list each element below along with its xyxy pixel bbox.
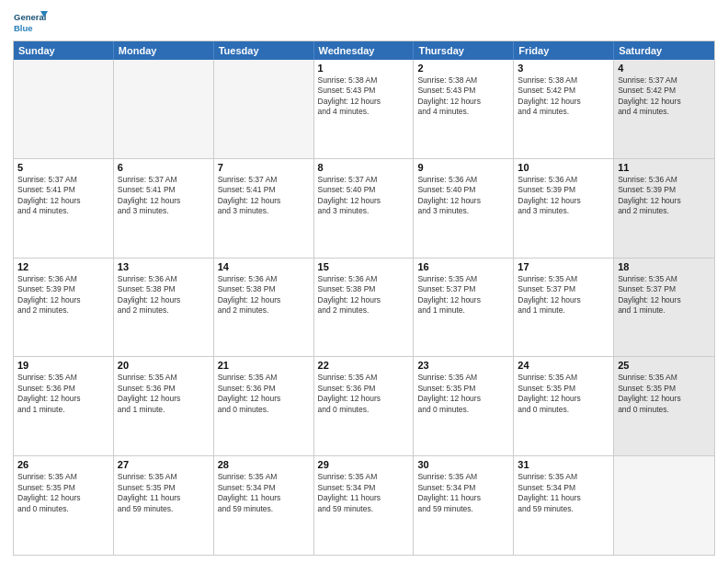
header-day-thursday: Thursday bbox=[414, 41, 514, 60]
cell-info: Sunrise: 5:37 AM Sunset: 5:42 PM Dayligh… bbox=[618, 75, 711, 118]
cell-info: Sunrise: 5:36 AM Sunset: 5:38 PM Dayligh… bbox=[318, 274, 410, 316]
calendar-cell: 9Sunrise: 5:36 AM Sunset: 5:40 PM Daylig… bbox=[414, 159, 514, 258]
cell-info: Sunrise: 5:35 AM Sunset: 5:36 PM Dayligh… bbox=[318, 373, 410, 415]
cell-info: Sunrise: 5:35 AM Sunset: 5:35 PM Dayligh… bbox=[618, 373, 711, 415]
calendar-cell: 10Sunrise: 5:36 AM Sunset: 5:39 PM Dayli… bbox=[514, 159, 614, 258]
cell-info: Sunrise: 5:36 AM Sunset: 5:39 PM Dayligh… bbox=[17, 274, 109, 316]
day-number: 29 bbox=[318, 459, 410, 470]
cell-info: Sunrise: 5:37 AM Sunset: 5:40 PM Dayligh… bbox=[318, 175, 410, 217]
day-number: 30 bbox=[417, 459, 509, 470]
header-day-saturday: Saturday bbox=[614, 41, 714, 60]
calendar-cell: 31Sunrise: 5:35 AM Sunset: 5:34 PM Dayli… bbox=[514, 456, 614, 555]
header-day-wednesday: Wednesday bbox=[314, 41, 415, 60]
cell-info: Sunrise: 5:35 AM Sunset: 5:37 PM Dayligh… bbox=[417, 274, 509, 316]
calendar-row-1: 1Sunrise: 5:38 AM Sunset: 5:43 PM Daylig… bbox=[14, 60, 714, 159]
cell-info: Sunrise: 5:35 AM Sunset: 5:34 PM Dayligh… bbox=[218, 472, 310, 514]
day-number: 16 bbox=[417, 261, 509, 272]
page: General Blue SundayMondayTuesdayWednesda… bbox=[0, 0, 728, 563]
day-number: 26 bbox=[17, 459, 109, 470]
header-day-friday: Friday bbox=[514, 41, 614, 60]
calendar-cell bbox=[14, 60, 114, 158]
cell-info: Sunrise: 5:35 AM Sunset: 5:35 PM Dayligh… bbox=[17, 472, 109, 514]
calendar-cell: 12Sunrise: 5:36 AM Sunset: 5:39 PM Dayli… bbox=[14, 259, 114, 357]
day-number: 27 bbox=[118, 459, 210, 470]
svg-text:General: General bbox=[14, 12, 46, 22]
cell-info: Sunrise: 5:35 AM Sunset: 5:36 PM Dayligh… bbox=[218, 373, 310, 415]
calendar-cell: 30Sunrise: 5:35 AM Sunset: 5:34 PM Dayli… bbox=[414, 456, 514, 555]
day-number: 31 bbox=[518, 459, 609, 470]
day-number: 9 bbox=[417, 162, 509, 173]
cell-info: Sunrise: 5:36 AM Sunset: 5:40 PM Dayligh… bbox=[417, 175, 509, 217]
day-number: 4 bbox=[618, 63, 711, 74]
day-number: 3 bbox=[518, 63, 609, 74]
calendar-cell: 6Sunrise: 5:37 AM Sunset: 5:41 PM Daylig… bbox=[114, 159, 214, 258]
calendar-cell: 17Sunrise: 5:35 AM Sunset: 5:37 PM Dayli… bbox=[514, 259, 614, 357]
cell-info: Sunrise: 5:35 AM Sunset: 5:34 PM Dayligh… bbox=[417, 472, 509, 514]
calendar-body: 1Sunrise: 5:38 AM Sunset: 5:43 PM Daylig… bbox=[14, 60, 714, 555]
calendar-row-3: 12Sunrise: 5:36 AM Sunset: 5:39 PM Dayli… bbox=[14, 259, 714, 358]
cell-info: Sunrise: 5:36 AM Sunset: 5:39 PM Dayligh… bbox=[618, 175, 711, 217]
header-day-monday: Monday bbox=[114, 41, 214, 60]
calendar-cell: 15Sunrise: 5:36 AM Sunset: 5:38 PM Dayli… bbox=[314, 259, 415, 357]
cell-info: Sunrise: 5:35 AM Sunset: 5:37 PM Dayligh… bbox=[518, 274, 609, 316]
cell-info: Sunrise: 5:35 AM Sunset: 5:36 PM Dayligh… bbox=[118, 373, 210, 415]
day-number: 5 bbox=[17, 162, 109, 173]
calendar-cell: 26Sunrise: 5:35 AM Sunset: 5:35 PM Dayli… bbox=[14, 456, 114, 555]
cell-info: Sunrise: 5:38 AM Sunset: 5:43 PM Dayligh… bbox=[417, 75, 509, 118]
calendar-cell: 23Sunrise: 5:35 AM Sunset: 5:35 PM Dayli… bbox=[414, 357, 514, 455]
header: General Blue bbox=[13, 9, 715, 35]
cell-info: Sunrise: 5:35 AM Sunset: 5:35 PM Dayligh… bbox=[417, 373, 509, 415]
header-day-tuesday: Tuesday bbox=[214, 41, 314, 60]
day-number: 19 bbox=[17, 360, 109, 371]
calendar-cell: 19Sunrise: 5:35 AM Sunset: 5:36 PM Dayli… bbox=[14, 357, 114, 455]
calendar-row-5: 26Sunrise: 5:35 AM Sunset: 5:35 PM Dayli… bbox=[14, 456, 714, 555]
cell-info: Sunrise: 5:36 AM Sunset: 5:39 PM Dayligh… bbox=[518, 175, 609, 217]
calendar-cell: 5Sunrise: 5:37 AM Sunset: 5:41 PM Daylig… bbox=[14, 159, 114, 258]
day-number: 15 bbox=[318, 261, 410, 272]
day-number: 2 bbox=[417, 63, 509, 74]
day-number: 11 bbox=[618, 162, 711, 173]
cell-info: Sunrise: 5:36 AM Sunset: 5:38 PM Dayligh… bbox=[118, 274, 210, 316]
day-number: 25 bbox=[618, 360, 711, 371]
cell-info: Sunrise: 5:35 AM Sunset: 5:36 PM Dayligh… bbox=[17, 373, 109, 415]
calendar: SundayMondayTuesdayWednesdayThursdayFrid… bbox=[13, 40, 715, 556]
calendar-cell bbox=[614, 456, 714, 555]
calendar-cell: 18Sunrise: 5:35 AM Sunset: 5:37 PM Dayli… bbox=[614, 259, 714, 357]
day-number: 24 bbox=[518, 360, 609, 371]
cell-info: Sunrise: 5:35 AM Sunset: 5:34 PM Dayligh… bbox=[518, 472, 609, 514]
day-number: 6 bbox=[118, 162, 210, 173]
calendar-cell: 7Sunrise: 5:37 AM Sunset: 5:41 PM Daylig… bbox=[214, 159, 314, 258]
calendar-cell: 2Sunrise: 5:38 AM Sunset: 5:43 PM Daylig… bbox=[414, 60, 514, 158]
cell-info: Sunrise: 5:35 AM Sunset: 5:34 PM Dayligh… bbox=[318, 472, 410, 514]
calendar-cell: 25Sunrise: 5:35 AM Sunset: 5:35 PM Dayli… bbox=[614, 357, 714, 455]
cell-info: Sunrise: 5:37 AM Sunset: 5:41 PM Dayligh… bbox=[118, 175, 210, 217]
day-number: 10 bbox=[518, 162, 609, 173]
day-number: 22 bbox=[318, 360, 410, 371]
day-number: 14 bbox=[218, 261, 310, 272]
calendar-cell: 11Sunrise: 5:36 AM Sunset: 5:39 PM Dayli… bbox=[614, 159, 714, 258]
day-number: 28 bbox=[218, 459, 310, 470]
day-number: 13 bbox=[118, 261, 210, 272]
cell-info: Sunrise: 5:35 AM Sunset: 5:37 PM Dayligh… bbox=[618, 274, 711, 316]
calendar-cell: 13Sunrise: 5:36 AM Sunset: 5:38 PM Dayli… bbox=[114, 259, 214, 357]
calendar-header: SundayMondayTuesdayWednesdayThursdayFrid… bbox=[14, 41, 714, 60]
calendar-cell: 27Sunrise: 5:35 AM Sunset: 5:35 PM Dayli… bbox=[114, 456, 214, 555]
cell-info: Sunrise: 5:37 AM Sunset: 5:41 PM Dayligh… bbox=[218, 175, 310, 217]
calendar-cell: 20Sunrise: 5:35 AM Sunset: 5:36 PM Dayli… bbox=[114, 357, 214, 455]
calendar-cell: 28Sunrise: 5:35 AM Sunset: 5:34 PM Dayli… bbox=[214, 456, 314, 555]
calendar-cell: 1Sunrise: 5:38 AM Sunset: 5:43 PM Daylig… bbox=[314, 60, 415, 158]
cell-info: Sunrise: 5:35 AM Sunset: 5:35 PM Dayligh… bbox=[518, 373, 609, 415]
day-number: 1 bbox=[318, 63, 410, 74]
calendar-cell: 3Sunrise: 5:38 AM Sunset: 5:42 PM Daylig… bbox=[514, 60, 614, 158]
calendar-cell: 4Sunrise: 5:37 AM Sunset: 5:42 PM Daylig… bbox=[614, 60, 714, 158]
day-number: 23 bbox=[417, 360, 509, 371]
day-number: 18 bbox=[618, 261, 711, 272]
calendar-row-2: 5Sunrise: 5:37 AM Sunset: 5:41 PM Daylig… bbox=[14, 159, 714, 259]
svg-text:Blue: Blue bbox=[14, 23, 33, 33]
calendar-cell: 29Sunrise: 5:35 AM Sunset: 5:34 PM Dayli… bbox=[314, 456, 415, 555]
header-day-sunday: Sunday bbox=[14, 41, 114, 60]
cell-info: Sunrise: 5:37 AM Sunset: 5:41 PM Dayligh… bbox=[17, 175, 109, 217]
day-number: 17 bbox=[518, 261, 609, 272]
calendar-cell bbox=[114, 60, 214, 158]
calendar-cell: 22Sunrise: 5:35 AM Sunset: 5:36 PM Dayli… bbox=[314, 357, 415, 455]
